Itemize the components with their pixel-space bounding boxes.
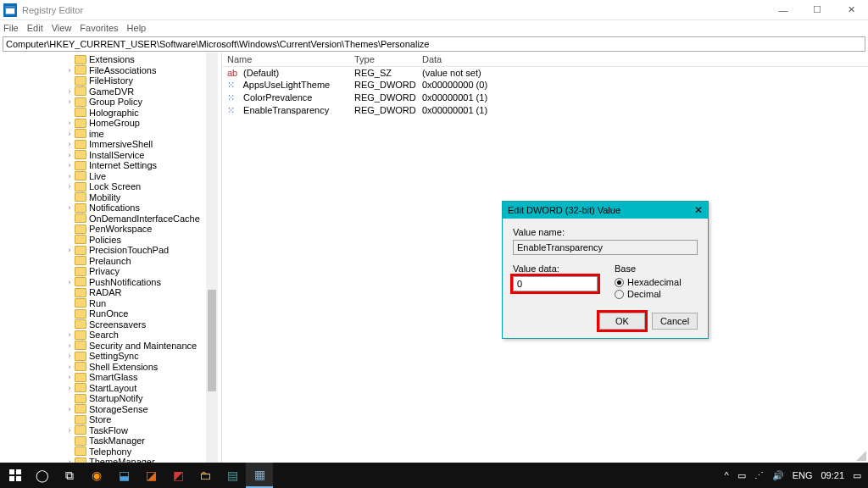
tree-item[interactable]: Telephony — [5, 446, 221, 458]
chevron-icon[interactable]: › — [64, 383, 75, 394]
tree-item[interactable]: ›Security and Maintenance — [5, 341, 221, 352]
tree-item[interactable]: ›SettingSync — [5, 351, 221, 362]
chevron-icon[interactable]: › — [64, 362, 75, 373]
chevron-icon[interactable]: › — [64, 245, 75, 256]
tree-item[interactable]: Policies — [5, 235, 221, 246]
resize-grip-icon[interactable] — [854, 449, 866, 461]
tree-item[interactable]: ›Internet Settings — [5, 160, 221, 171]
tree-item[interactable]: Store — [5, 414, 221, 425]
start-button[interactable] — [2, 463, 29, 488]
chevron-icon[interactable]: › — [64, 202, 75, 214]
tree-item[interactable]: Holographic — [5, 108, 221, 119]
chevron-icon[interactable]: › — [64, 330, 75, 341]
tree-scrollbar[interactable] — [206, 53, 218, 463]
tree-item[interactable]: RADAR — [5, 287, 221, 298]
chevron-icon[interactable]: › — [64, 351, 75, 362]
menu-help[interactable]: Help — [127, 23, 147, 33]
tree-item[interactable]: TaskManager — [5, 435, 221, 446]
chevron-icon[interactable]: › — [64, 150, 75, 161]
tree-item[interactable]: ›PrecisionTouchPad — [5, 245, 221, 256]
col-type[interactable]: Type — [349, 53, 417, 66]
task-view-icon[interactable]: ⧉ — [56, 463, 83, 488]
tray-battery-icon[interactable]: ▭ — [737, 470, 746, 481]
dialog-titlebar[interactable]: Edit DWORD (32-bit) Value ✕ — [503, 202, 708, 219]
chevron-icon[interactable]: › — [64, 160, 75, 171]
col-name[interactable]: Name — [222, 53, 349, 66]
radio-dec[interactable]: Decimal — [615, 289, 698, 299]
value-row[interactable]: ⁙ AppsUseLightThemeREG_DWORD0x00000000 (… — [222, 79, 868, 92]
chevron-icon[interactable]: › — [64, 139, 75, 150]
value-data-field[interactable]: 0 — [513, 276, 598, 291]
chevron-icon[interactable]: › — [64, 277, 75, 288]
tree-item[interactable]: ›HomeGroup — [5, 118, 221, 129]
tree-item[interactable]: PenWorkspace — [5, 224, 221, 235]
tree-item[interactable]: OnDemandInterfaceCache — [5, 214, 221, 225]
ok-button[interactable]: OK — [599, 313, 645, 330]
tree-item[interactable]: ›PushNotifications — [5, 277, 221, 288]
tree-item[interactable]: ›Group Policy — [5, 97, 221, 108]
dialog-close-icon[interactable]: ✕ — [694, 204, 703, 216]
chevron-icon[interactable]: › — [64, 341, 75, 352]
taskbar-app-firefox[interactable]: ◉ — [83, 463, 110, 488]
chevron-icon[interactable]: › — [64, 171, 75, 182]
tree-item[interactable]: ›FileAssociations — [5, 65, 221, 76]
taskbar-app-teal[interactable]: ▤ — [219, 463, 246, 488]
tray-language[interactable]: ENG — [793, 470, 813, 480]
values-pane[interactable]: Name Type Data ab (Default)REG_SZ(value … — [222, 53, 868, 463]
tree-item[interactable]: RunOnce — [5, 308, 221, 319]
tree-item[interactable]: ›Live — [5, 171, 221, 182]
tree-item[interactable]: StartupNotify — [5, 393, 221, 404]
taskbar-app-mail[interactable]: ⬓ — [110, 463, 137, 488]
chevron-icon[interactable]: › — [64, 181, 75, 192]
tree-item[interactable]: ›InstallService — [5, 150, 221, 161]
tree-item[interactable]: ›Search — [5, 330, 221, 341]
tree-item[interactable]: ›ImmersiveShell — [5, 139, 221, 150]
chevron-icon[interactable]: › — [64, 129, 75, 140]
taskbar-file-explorer[interactable]: 🗀 — [192, 463, 219, 488]
cancel-button[interactable]: Cancel — [652, 313, 698, 330]
taskbar-regedit[interactable]: ▦ — [246, 463, 273, 488]
chevron-icon[interactable]: › — [64, 65, 75, 76]
search-icon[interactable]: ◯ — [29, 463, 56, 488]
tray-clock[interactable]: 09:21 — [821, 471, 844, 480]
tree-pane[interactable]: Extensions›FileAssociationsFileHistory›G… — [0, 53, 222, 463]
tree-item[interactable]: ›TaskFlow — [5, 425, 221, 436]
tree-item[interactable]: ›Notifications — [5, 202, 221, 214]
taskbar-app-orange[interactable]: ◪ — [137, 463, 164, 488]
chevron-icon[interactable]: › — [64, 425, 75, 436]
tree-item[interactable]: Screensavers — [5, 319, 221, 330]
chevron-icon[interactable]: › — [64, 118, 75, 129]
scrollbar-thumb[interactable] — [208, 290, 216, 391]
menu-favorites[interactable]: Favorites — [80, 23, 118, 33]
tree-item[interactable]: ›GameDVR — [5, 86, 221, 97]
menu-file[interactable]: File — [3, 23, 19, 33]
tray-sound-icon[interactable]: 🔊 — [772, 470, 784, 481]
minimize-button[interactable]: — — [766, 1, 800, 19]
value-row[interactable]: ⁙ EnableTransparencyREG_DWORD0x00000001 … — [222, 104, 868, 117]
address-bar[interactable]: Computer\HKEY_CURRENT_USER\Software\Micr… — [3, 36, 865, 52]
tree-item[interactable]: FileHistory — [5, 75, 221, 86]
tree-item[interactable]: ›StorageSense — [5, 404, 221, 415]
maximize-button[interactable]: ☐ — [800, 1, 834, 19]
menu-edit[interactable]: Edit — [27, 23, 43, 33]
chevron-icon[interactable]: › — [64, 97, 75, 108]
tree-item[interactable]: ›ime — [5, 129, 221, 140]
col-data[interactable]: Data — [417, 53, 868, 66]
value-row[interactable]: ab (Default)REG_SZ(value not set) — [222, 67, 868, 79]
tree-item[interactable]: ›Shell Extensions — [5, 362, 221, 373]
tree-item[interactable]: Privacy — [5, 266, 221, 277]
tray-wifi-icon[interactable]: ⋰ — [754, 470, 764, 481]
taskbar[interactable]: ◯ ⧉ ◉ ⬓ ◪ ◩ 🗀 ▤ ▦ ^ ▭ ⋰ 🔊 ENG 09:21 ▭ — [0, 463, 868, 488]
tree-item[interactable]: ›ThemeManager — [5, 457, 221, 463]
value-row[interactable]: ⁙ ColorPrevalenceREG_DWORD0x00000001 (1) — [222, 92, 868, 104]
tree-item[interactable]: Mobility — [5, 192, 221, 203]
tray-notifications-icon[interactable]: ▭ — [853, 470, 861, 481]
tree-item[interactable]: ›StartLayout — [5, 383, 221, 394]
tree-item[interactable]: Run — [5, 298, 221, 309]
tree-item[interactable]: Prelaunch — [5, 256, 221, 267]
close-button[interactable]: ✕ — [834, 1, 868, 19]
menu-view[interactable]: View — [52, 23, 72, 33]
tree-item[interactable]: ›SmartGlass — [5, 372, 221, 383]
tray-chevron-icon[interactable]: ^ — [724, 470, 728, 480]
taskbar-app-red[interactable]: ◩ — [164, 463, 192, 488]
